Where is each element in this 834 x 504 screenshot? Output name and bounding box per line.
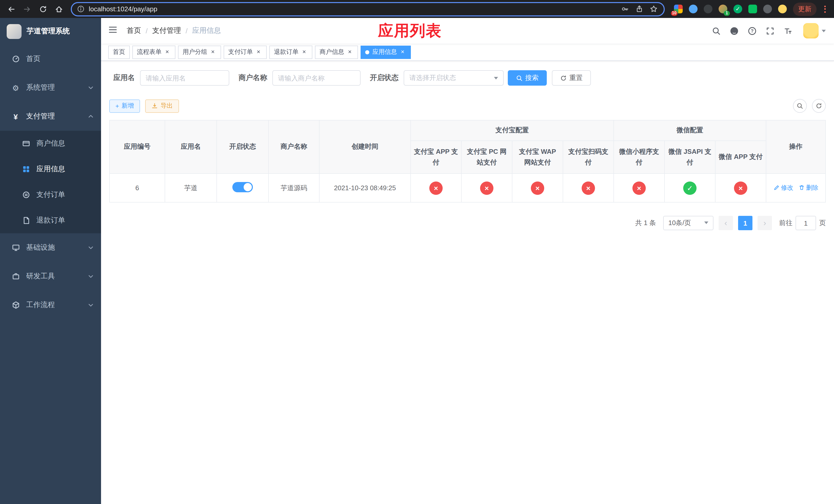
sidebar-item-payment-orders[interactable]: 支付订单 [0,182,101,208]
sidebar-item-refund-orders[interactable]: 退款订单 [0,208,101,233]
help-icon[interactable]: ? [747,26,756,36]
extension-colorwheel-icon[interactable]: 10 [674,5,683,13]
reset-button-label: 重置 [569,73,583,83]
refresh-table-button[interactable] [812,99,826,113]
browser-update-button[interactable]: 更新 [793,2,816,16]
sidebar-item-workflow[interactable]: 工作流程 [0,291,101,319]
tab-close-icon[interactable]: × [301,48,308,55]
address-bar[interactable]: localhost:1024/pay/app [71,2,665,16]
breadcrumb-separator: / [186,27,188,35]
reset-button[interactable]: 重置 [552,70,591,86]
next-page-button[interactable]: › [758,216,772,230]
breadcrumb-current: 应用信息 [192,26,221,36]
browser-home-icon[interactable] [52,2,66,16]
merchant-name-input[interactable] [272,70,360,86]
delete-link[interactable]: 删除 [798,184,818,192]
tab-home[interactable]: 首页 [108,45,130,59]
password-key-icon[interactable] [621,5,629,13]
github-icon[interactable] [729,26,739,36]
delete-link-label: 删除 [806,184,818,192]
extension-emoji-icon[interactable] [778,5,787,13]
sidebar-item-label: 应用信息 [37,165,94,174]
app-logo[interactable]: 芋道管理系统 [0,18,101,45]
yen-icon: ¥ [11,112,20,121]
add-button[interactable]: + 新增 [109,99,140,113]
breadcrumb-home[interactable]: 首页 [127,26,141,36]
export-button[interactable]: 导出 [145,99,179,113]
sidebar-item-label: 商户信息 [37,139,94,148]
tab-refund-orders[interactable]: 退款订单× [269,45,312,59]
browser-menu-icon[interactable] [820,3,830,15]
extension-check-icon[interactable]: ✓ [733,5,742,13]
tab-payment-orders[interactable]: 支付订单× [224,45,267,59]
sidebar-item-home[interactable]: 首页 [0,45,101,73]
tab-user-group[interactable]: 用户分组× [178,45,221,59]
url-text[interactable]: localhost:1024/pay/app [89,5,617,13]
sidebar-collapse-icon[interactable] [108,25,119,37]
breadcrumb-section[interactable]: 支付管理 [152,26,181,36]
browser-refresh-icon[interactable] [36,2,50,16]
sidebar-item-system-management[interactable]: ⚙ 系统管理 [0,73,101,102]
tab-close-icon[interactable]: × [209,48,216,55]
fullscreen-icon[interactable] [765,26,774,36]
extension-blue-icon[interactable] [689,5,698,13]
extension-pin-icon[interactable] [763,5,772,13]
goto-page-input[interactable] [795,216,816,230]
extension-chat-icon[interactable] [748,5,757,13]
search-icon[interactable] [711,26,721,36]
svg-text:?: ? [750,28,753,33]
prev-page-button[interactable]: ‹ [719,216,733,230]
user-avatar[interactable] [803,23,819,39]
group-header-alipay: 支付宝配置 [411,120,614,141]
tab-app-info[interactable]: 应用信息× [360,45,411,59]
extensions-tray: 10 1 ✓ [670,5,791,13]
browser-forward-icon[interactable] [20,2,34,16]
extension-badge: 10 [671,11,678,16]
toggle-search-button[interactable] [793,99,807,113]
col-header-app-id: 应用编号 [110,120,165,174]
tab-close-icon[interactable]: × [255,48,262,55]
tab-close-icon[interactable]: × [346,48,353,55]
sidebar-item-infrastructure[interactable]: 基础设施 [0,233,101,262]
share-icon[interactable] [636,5,643,13]
app-title: 芋道管理系统 [27,27,70,36]
user-menu[interactable] [803,23,826,39]
font-size-icon[interactable] [783,26,792,36]
extension-dark-icon[interactable] [704,5,712,13]
add-button-label: 新增 [122,101,134,110]
prev-arrow-icon: ‹ [724,219,727,228]
browser-back-icon[interactable] [4,2,18,16]
wx-app-status-icon: × [734,181,747,194]
status-toggle[interactable] [232,182,253,192]
tab-close-icon[interactable]: × [163,48,171,55]
sidebar-item-merchant-info[interactable]: 商户信息 [0,131,101,156]
search-button-label: 搜索 [525,73,539,83]
app-name-input[interactable] [140,70,229,86]
omnibox-actions [621,5,662,13]
alipay-app-status-icon: × [429,181,443,194]
sidebar-item-payment-management[interactable]: ¥ 支付管理 [0,102,101,131]
extension-avatar-icon[interactable]: 1 [719,5,727,13]
sidebar-item-label: 基础设施 [26,243,88,252]
edit-link[interactable]: 修改 [773,184,793,192]
payment-submenu: 商户信息 应用信息 支付订单 退款订单 [0,131,101,233]
current-page-button[interactable]: 1 [738,216,752,230]
sidebar-item-dev-tools[interactable]: 研发工具 [0,262,101,291]
sidebar-item-app-info[interactable]: 应用信息 [0,156,101,182]
tab-close-icon[interactable]: × [399,48,406,55]
goto-label: 前往 [779,219,792,228]
tab-process-form[interactable]: 流程表单× [132,45,175,59]
bookmark-star-icon[interactable] [650,5,658,13]
col-header-app-name: 应用名 [165,120,217,174]
status-select[interactable]: 请选择开启状态 [404,70,504,86]
page-size-value: 10条/页 [668,219,691,228]
alipay-pc-status-icon: × [480,181,493,194]
tab-merchant-info[interactable]: 商户信息× [315,45,358,59]
page-size-select[interactable]: 10条/页 [663,216,714,230]
update-label: 更新 [798,5,811,13]
search-button[interactable]: 搜索 [508,70,547,86]
tab-label: 商户信息 [320,48,344,56]
page-title-annotation: 应用列表 [378,23,442,39]
col-header-wx-lite: 微信小程序支付 [614,141,664,174]
site-info-icon[interactable] [77,5,85,13]
